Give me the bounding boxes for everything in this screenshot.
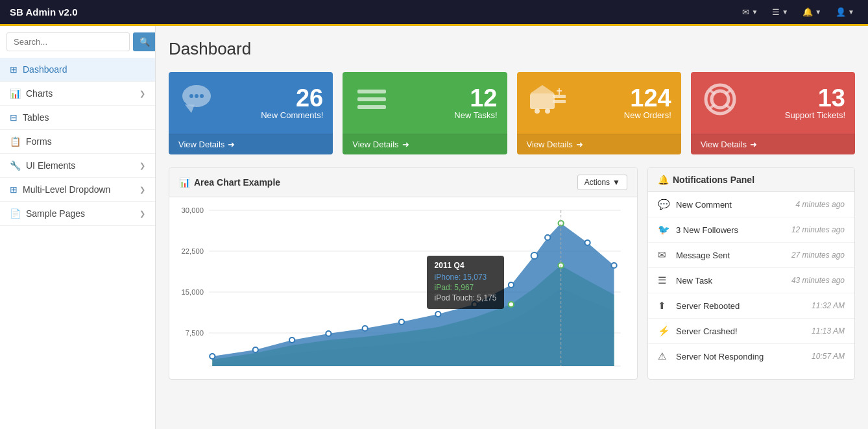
search-button[interactable]: 🔍	[133, 32, 156, 51]
svg-line-21	[725, 104, 730, 108]
notification-item-0[interactable]: 💬 New Comment 4 minutes ago	[648, 192, 854, 217]
view-details-label: View Details	[527, 140, 573, 149]
chevron-right-icon: ❯	[139, 210, 145, 218]
notif-text-1: 3 New Followers	[676, 225, 791, 235]
svg-point-35	[363, 326, 368, 331]
sidebar-item-label: Sample Pages	[26, 208, 85, 219]
sidebar-item-label: Dashboard	[23, 64, 67, 75]
svg-rect-13	[553, 100, 566, 103]
notifications-title: Notifications Panel	[673, 175, 754, 185]
svg-point-2	[189, 94, 193, 98]
notif-time-3: 43 minutes ago	[791, 276, 845, 285]
stat-label: New Tasks!	[454, 110, 497, 120]
list-caret: ▼	[782, 8, 788, 16]
stat-count: 12	[454, 86, 497, 110]
bell-nav-btn[interactable]: 🔔 ▼	[799, 5, 825, 19]
tickets-icon	[701, 82, 785, 124]
notifications-title-container: 🔔 Notifications Panel	[658, 175, 754, 185]
list-icon: ☰	[772, 7, 780, 17]
sidebar-item-ui-elements[interactable]: 🔧 UI Elements ❯	[0, 154, 155, 178]
sidebar-item-multi-level[interactable]: ⊞ Multi-Level Dropdown ❯	[0, 178, 155, 202]
layout: 🔍 ⊞ Dashboard 📊 Charts ❯ ⊟ Tables 📋 Form…	[0, 26, 868, 429]
svg-text:7,500: 7,500	[186, 329, 204, 337]
chart-panel: 📊 Area Chart Example Actions ▼	[169, 167, 638, 380]
svg-line-20	[710, 104, 715, 108]
notif-time-5: 11:13 AM	[812, 326, 845, 336]
notif-time-2: 27 minutes ago	[791, 251, 845, 260]
notif-text-3: New Task	[676, 276, 791, 286]
twitter-icon: 🐦	[658, 224, 669, 236]
stat-card-orders: 124 New Orders! View Details ➜	[517, 72, 681, 154]
page-title: Dashboard	[169, 39, 855, 59]
chart-panel-heading: 📊 Area Chart Example Actions ▼	[169, 168, 637, 197]
sidebar-item-charts[interactable]: 📊 Charts ❯	[0, 82, 155, 106]
notification-item-2[interactable]: ✉ Message Sent 27 minutes ago	[648, 243, 854, 268]
svg-point-37	[435, 312, 440, 317]
stat-numbers: 26 New Comments!	[261, 86, 323, 120]
user-icon: 👤	[836, 7, 846, 17]
stat-card-top: 12 New Tasks!	[343, 72, 507, 134]
upload-icon: ⬆	[658, 300, 669, 312]
svg-point-10	[535, 108, 540, 114]
view-details-label: View Details	[701, 140, 747, 149]
svg-text:30,000: 30,000	[182, 206, 204, 214]
stat-card-bottom-comments[interactable]: View Details ➜	[169, 134, 333, 154]
svg-point-46	[509, 302, 514, 307]
stat-card-bottom-tickets[interactable]: View Details ➜	[691, 134, 855, 154]
sidebar-item-label: Forms	[26, 136, 52, 147]
navbar-brand: SB Admin v2.0	[10, 6, 738, 18]
svg-marker-9	[530, 85, 555, 93]
sidebar-item-tables[interactable]: ⊟ Tables	[0, 106, 155, 130]
comment-icon: 💬	[658, 199, 669, 210]
list-nav-btn[interactable]: ☰ ▼	[768, 5, 792, 19]
stat-card-bottom-tasks[interactable]: View Details ➜	[343, 134, 507, 154]
notification-item-3[interactable]: ☰ New Task 43 minutes ago	[648, 268, 854, 293]
forms-icon: 📋	[10, 136, 21, 147]
svg-rect-8	[530, 93, 555, 109]
svg-point-41	[545, 235, 550, 240]
notification-item-1[interactable]: 🐦 3 New Followers 12 minutes ago	[648, 217, 854, 243]
mail-nav-btn[interactable]: ✉ ▼	[738, 5, 762, 19]
stat-card-comments: 26 New Comments! View Details ➜	[169, 72, 333, 154]
notification-item-5[interactable]: ⚡ Server Crashed! 11:13 AM	[648, 319, 854, 344]
sidebar-item-dashboard[interactable]: ⊞ Dashboard	[0, 58, 155, 82]
svg-point-38	[472, 302, 477, 307]
svg-rect-5	[357, 90, 386, 93]
notification-item-6[interactable]: ⚠ Server Not Responding 10:57 AM	[648, 344, 854, 369]
notification-item-4[interactable]: ⬆ Server Rebooted 11:32 AM	[648, 293, 854, 319]
stat-card-bottom-orders[interactable]: View Details ➜	[517, 134, 681, 154]
arrow-right-icon: ➜	[402, 140, 409, 149]
actions-button[interactable]: Actions ▼	[577, 175, 627, 190]
stat-card-top: 13 Support Tickets!	[691, 72, 855, 134]
bolt-icon: ⚡	[658, 325, 669, 337]
bottom-row: 📊 Area Chart Example Actions ▼	[169, 167, 855, 380]
svg-point-40	[531, 252, 538, 259]
charts-icon: 📊	[10, 88, 21, 99]
sidebar-item-sample-pages[interactable]: 📄 Sample Pages ❯	[0, 202, 155, 226]
chart-title: Area Chart Example	[194, 177, 280, 188]
svg-line-19	[725, 90, 730, 94]
svg-rect-6	[357, 97, 386, 101]
svg-marker-1	[185, 104, 195, 113]
bell-caret: ▼	[815, 8, 821, 16]
envelope-notif-icon: ✉	[658, 249, 669, 261]
dashboard-icon: ⊞	[10, 64, 18, 75]
sidebar-item-forms[interactable]: 📋 Forms	[0, 130, 155, 154]
search-input[interactable]	[6, 32, 130, 51]
task-icon: ☰	[658, 275, 669, 286]
bar-chart-icon: 📊	[179, 177, 190, 188]
stat-count: 13	[785, 86, 845, 110]
stat-numbers: 124 New Orders!	[624, 86, 671, 120]
bell-icon: 🔔	[802, 7, 813, 17]
sidebar-item-label: Multi-Level Dropdown	[23, 184, 110, 195]
svg-point-39	[509, 282, 514, 288]
svg-text:22,500: 22,500	[182, 247, 204, 255]
svg-rect-12	[553, 95, 566, 98]
user-nav-btn[interactable]: 👤 ▼	[832, 5, 858, 19]
stat-card-top: 26 New Comments!	[169, 72, 333, 134]
svg-point-3	[195, 94, 199, 98]
sidebar-item-label: UI Elements	[26, 160, 75, 171]
stat-label: New Comments!	[261, 110, 323, 120]
notifications-panel-heading: 🔔 Notifications Panel	[648, 168, 854, 192]
svg-point-4	[200, 94, 204, 98]
